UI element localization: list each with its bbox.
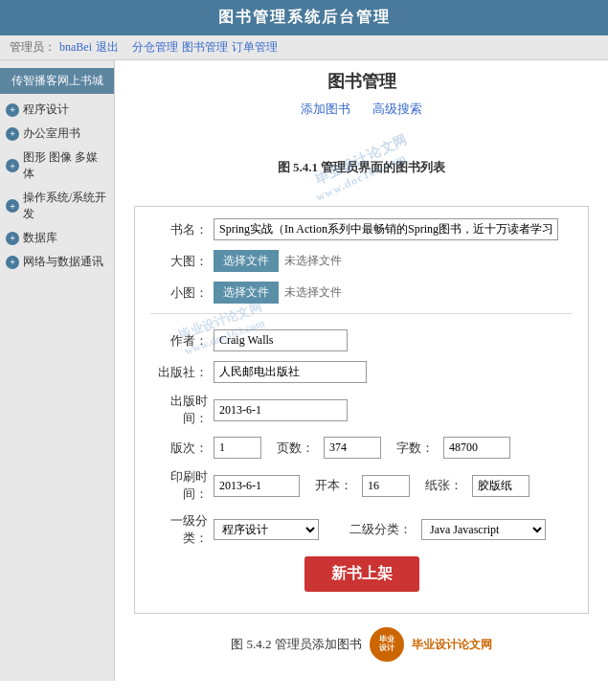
print-date-label: 印刷时间： xyxy=(150,468,208,503)
book-name-row: 书名： xyxy=(150,218,573,240)
admin-label: 管理员： xyxy=(10,39,56,56)
cat1-label: 一级分类： xyxy=(150,512,208,547)
action-links: 添加图书 高级搜索 xyxy=(134,101,589,118)
plus-icon: + xyxy=(6,127,19,141)
cat1-select[interactable]: 程序设计 xyxy=(214,519,319,540)
words-input[interactable] xyxy=(443,437,510,459)
sidebar-item-label: 办公室用书 xyxy=(23,125,80,142)
small-img-label: 小图： xyxy=(150,284,208,302)
figure-top-area: 毕业设计论文网 www.doc163.com 图 5.4.1 管理员界面的图书列… xyxy=(134,129,589,206)
pub-date-label: 出版时间： xyxy=(150,393,208,427)
publisher-row: 出版社： xyxy=(150,361,573,383)
sidebar-title: 传智播客网上书城 xyxy=(0,68,114,94)
main-layout: 传智播客网上书城 + 程序设计 + 办公室用书 + 图形 图像 多媒体 + 操作… xyxy=(0,60,608,681)
plus-icon: + xyxy=(6,232,19,245)
plus-icon: + xyxy=(6,199,19,213)
sidebar-item-label: 程序设计 xyxy=(23,102,69,118)
author-input[interactable] xyxy=(214,329,348,351)
book-name-label: 书名： xyxy=(150,221,208,238)
pages-label: 页数： xyxy=(277,440,314,457)
edition-pages-row: 版次： 页数： 字数： xyxy=(150,437,573,459)
plus-icon: + xyxy=(6,159,19,172)
small-img-row: 小图： 选择文件 未选择文件 xyxy=(150,282,573,304)
sidebar-item-os[interactable]: + 操作系统/系统开发 xyxy=(0,186,114,226)
words-label: 字数： xyxy=(396,440,434,457)
content-area: 图书管理 添加图书 高级搜索 毕业设计论文网 www.doc163.com 图 … xyxy=(115,60,608,681)
nav-warehouse[interactable]: 分仓管理 xyxy=(132,39,178,56)
logo-badge: 毕业设计 xyxy=(370,627,404,662)
fig-bottom-caption: 图 5.4.2 管理员添加图书 xyxy=(231,636,362,653)
plus-icon: + xyxy=(6,256,19,269)
publisher-input[interactable] xyxy=(214,361,367,383)
paper-label: 纸张： xyxy=(425,477,462,494)
large-img-label: 大图： xyxy=(150,253,208,270)
paper-input[interactable] xyxy=(472,475,529,497)
print-format-row: 印刷时间： 开本： 纸张： xyxy=(150,468,573,503)
pub-date-row: 出版时间： xyxy=(150,393,573,427)
page-title: 图书管理 xyxy=(134,70,589,93)
nav-books[interactable]: 图书管理 xyxy=(182,39,228,56)
admin-name[interactable]: bnaBei xyxy=(59,40,92,55)
page-header: 图书管理系统后台管理 xyxy=(0,0,608,35)
edition-label: 版次： xyxy=(150,440,208,457)
submit-button[interactable]: 新书上架 xyxy=(304,556,419,592)
publisher-label: 出版社： xyxy=(150,364,208,381)
sidebar-item-label: 数据库 xyxy=(23,230,57,246)
cat2-select[interactable]: Java Javascript xyxy=(421,519,546,540)
fig-top-caption: 图 5.4.1 管理员界面的图书列表 xyxy=(278,159,446,176)
header-title: 图书管理系统后台管理 xyxy=(218,9,391,25)
bottom-caption-area: 图 5.4.2 管理员添加图书 毕业设计 毕业设计论文网 xyxy=(134,627,589,671)
author-label: 作者： xyxy=(150,332,208,350)
nav-bar: 管理员： bnaBei 退出 分仓管理 图书管理 订单管理 xyxy=(0,35,608,60)
nav-orders[interactable]: 订单管理 xyxy=(232,39,278,56)
pages-input[interactable] xyxy=(324,437,381,459)
format-label: 开本： xyxy=(315,477,352,494)
bottom-site-label: 毕业设计论文网 xyxy=(412,637,492,653)
sidebar-item-graphics[interactable]: + 图形 图像 多媒体 xyxy=(0,146,114,186)
advanced-search-link[interactable]: 高级搜索 xyxy=(372,102,422,116)
book-form: 书名： 大图： 选择文件 未选择文件 小图： 选择文件 未选择文件 毕业设计论文… xyxy=(134,206,589,614)
large-img-note: 未选择文件 xyxy=(284,253,342,269)
format-input[interactable] xyxy=(362,475,410,497)
sidebar-item-label: 图形 图像 多媒体 xyxy=(23,149,108,182)
large-img-row: 大图： 选择文件 未选择文件 xyxy=(150,250,573,272)
author-row: 作者： xyxy=(150,329,573,351)
sidebar-item-label: 操作系统/系统开发 xyxy=(23,190,108,222)
plus-icon: + xyxy=(6,103,19,117)
sidebar: 传智播客网上书城 + 程序设计 + 办公室用书 + 图形 图像 多媒体 + 操作… xyxy=(0,60,115,681)
book-name-input[interactable] xyxy=(214,218,558,240)
category-row: 一级分类： 程序设计 二级分类： Java Javascript xyxy=(150,512,573,547)
sidebar-item-database[interactable]: + 数据库 xyxy=(0,226,114,250)
large-img-btn[interactable]: 选择文件 xyxy=(214,250,279,272)
sidebar-item-office[interactable]: + 办公室用书 xyxy=(0,122,114,146)
sidebar-item-label: 网络与数据通讯 xyxy=(23,254,103,270)
sidebar-item-network[interactable]: + 网络与数据通讯 xyxy=(0,250,114,274)
cat2-label: 二级分类： xyxy=(349,521,412,538)
pub-date-input[interactable] xyxy=(214,399,348,421)
logout-link[interactable]: 退出 xyxy=(96,39,119,56)
small-img-note: 未选择文件 xyxy=(284,284,342,301)
sidebar-item-programming[interactable]: + 程序设计 xyxy=(0,98,114,122)
print-date-input[interactable] xyxy=(214,475,300,497)
edition-input[interactable] xyxy=(214,437,261,459)
small-img-btn[interactable]: 选择文件 xyxy=(214,282,279,304)
add-book-link[interactable]: 添加图书 xyxy=(301,102,350,116)
